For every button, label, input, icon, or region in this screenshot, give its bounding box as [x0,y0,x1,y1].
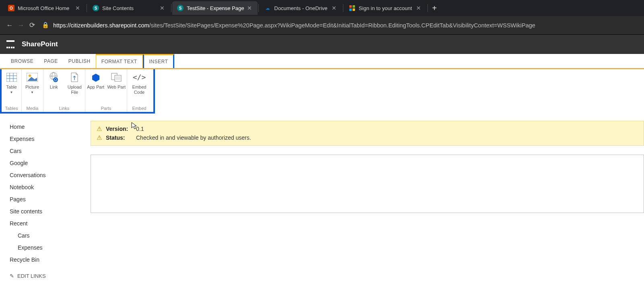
tab-testsite-expense[interactable]: STestSite - Expense Page ✕ [172,1,258,15]
svg-rect-3 [353,8,355,11]
web-part-icon [111,72,122,83]
insert-link-button[interactable]: Link [43,72,64,90]
nav-recycle-bin[interactable]: Recycle Bin [10,254,91,266]
globe-link-icon [48,72,60,83]
nav-row: ← → ⟳ 🔒 https://citizenbuilders.sharepoi… [0,16,644,35]
group-label: Links [43,105,85,112]
close-icon[interactable]: ✕ [332,5,336,11]
sharepoint-icon: S [177,5,184,11]
close-icon[interactable]: ✕ [416,5,421,11]
tab-label: TestSite - Expense Page [187,5,244,11]
reload-button[interactable]: ⟳ [27,21,38,29]
tab-office-home[interactable]: OMicrosoft Office Home ✕ [3,1,86,15]
nav-pages[interactable]: Pages [10,193,91,205]
warning-icon: ⚠ [97,134,102,141]
tab-label: Documents - OneDrive [274,5,327,11]
group-label: Tables [2,105,21,112]
edit-links-button[interactable]: ✎ EDIT LINKS [10,266,91,279]
tab-onedrive[interactable]: ☁Documents - OneDrive ✕ [260,1,342,15]
content-row: Home Expenses Cars Google Conversations … [0,114,644,279]
item-label: Link [50,85,58,90]
suite-bar: SharePoint [0,35,644,54]
nav-google[interactable]: Google [10,157,91,169]
nav-site-contents[interactable]: Site contents [10,205,91,217]
group-label: Media [22,105,43,112]
app-part-icon [90,72,101,83]
chevron-down-icon: ▼ [31,91,34,94]
ribbon-tab-publish[interactable]: PUBLISH [63,54,96,68]
insert-picture-button[interactable]: Picture ▼ [22,72,43,94]
item-label: Web Part [107,85,126,90]
item-label: Upload File [64,85,85,95]
close-icon[interactable]: ✕ [160,5,165,11]
version-label: Version: [106,126,132,132]
app-part-button[interactable]: App Part [85,72,106,90]
nav-recent[interactable]: Recent [10,217,91,229]
office-icon: O [8,5,14,11]
status-value: Checked in and viewable by authorized us… [136,134,251,141]
upload-file-icon [69,72,80,83]
ribbon-tab-browse[interactable]: BROWSE [6,54,39,68]
ribbon-tab-insert[interactable]: INSERT [143,54,175,68]
nav-conversations[interactable]: Conversations [10,169,91,181]
embed-code-button[interactable]: </> Embed Code [127,72,151,95]
url-path: /sites/TestSite/SitePages/Expense%20Page… [149,22,535,29]
browser-chrome: OMicrosoft Office Home ✕ SSite Contents … [0,0,644,35]
nav-home[interactable]: Home [10,121,91,133]
nav-recent-cars[interactable]: Cars [10,229,91,242]
nav-expenses[interactable]: Expenses [10,133,91,145]
nav-notebook[interactable]: Notebook [10,181,91,193]
item-label: Table [6,85,17,90]
picture-icon [27,72,38,83]
tab-bar: OMicrosoft Office Home ✕ SSite Contents … [0,0,644,16]
page-edit-area[interactable] [91,155,644,213]
back-button[interactable]: ← [4,21,15,29]
lock-icon: 🔒 [42,22,49,29]
main-area: ⚠ Version: 0.1 ⚠ Status: Checked in and … [91,114,644,279]
chevron-down-icon: ▼ [10,91,13,94]
svg-rect-2 [349,8,352,11]
ribbon-tab-page[interactable]: PAGE [39,54,63,68]
close-icon[interactable]: ✕ [75,5,80,11]
app-launcher-icon[interactable] [5,39,16,50]
pencil-icon: ✎ [10,273,14,279]
left-nav: Home Expenses Cars Google Conversations … [0,114,91,279]
svg-point-15 [53,77,58,82]
close-icon[interactable]: ✕ [247,5,252,11]
nav-recent-expenses[interactable]: Expenses [10,242,91,254]
edit-links-label: EDIT LINKS [17,273,46,279]
forward-button[interactable]: → [15,21,27,29]
ribbon-tabs: BROWSE PAGE PUBLISH FORMAT TEXT INSERT [0,54,644,69]
status-label: Status: [106,134,132,141]
item-label: Embed Code [127,85,151,95]
sharepoint-icon: S [93,5,99,11]
onedrive-icon: ☁ [264,5,271,11]
version-value: 0.1 [136,126,144,132]
address-bar[interactable]: 🔒 https://citizenbuilders.sharepoint.com… [42,22,535,29]
tab-label: Microsoft Office Home [18,5,69,11]
table-icon [6,72,17,83]
web-part-button[interactable]: Web Part [106,72,127,90]
upload-file-button[interactable]: Upload File [64,72,85,95]
svg-point-10 [29,74,31,77]
microsoft-icon [349,5,355,11]
item-label: App Part [87,85,104,90]
ribbon-insert-panel: Table ▼ Tables Picture ▼ Media [0,69,155,114]
tab-label: Site Contents [102,5,134,11]
code-icon: </> [134,72,145,83]
suite-title: SharePoint [22,40,58,48]
tab-site-contents[interactable]: SSite Contents ✕ [88,1,170,15]
url-host: https://citizenbuilders.sharepoint.com [53,22,149,29]
svg-marker-16 [92,74,99,82]
tab-signin[interactable]: Sign in to your account ✕ [344,1,427,15]
nav-cars[interactable]: Cars [10,145,91,157]
svg-rect-0 [349,5,352,8]
insert-table-button[interactable]: Table ▼ [2,72,21,94]
warning-icon: ⚠ [97,125,102,132]
tab-label: Sign in to your account [359,5,412,11]
ribbon-tab-format-text[interactable]: FORMAT TEXT [96,54,143,68]
new-tab-button[interactable]: + [429,4,440,13]
item-label: Picture [25,85,39,90]
group-label: Parts [85,105,127,112]
group-label: Embed [127,105,151,112]
